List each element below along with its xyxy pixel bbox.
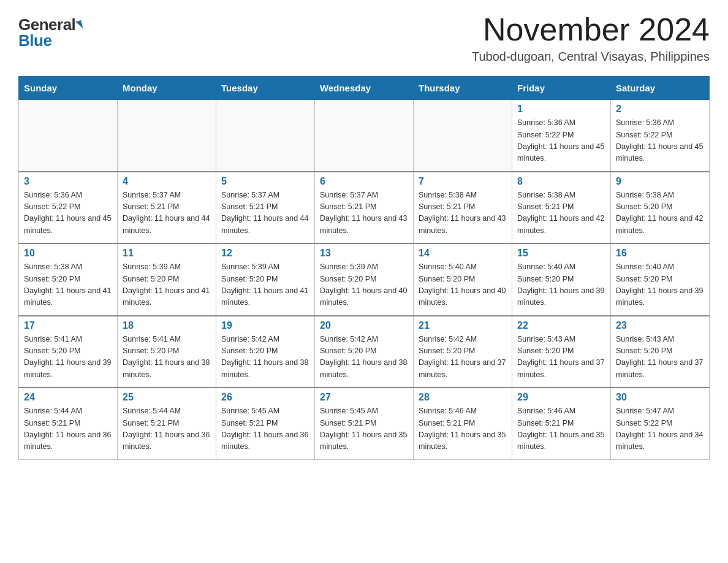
calendar-week-row: 24Sunrise: 5:44 AM Sunset: 5:21 PM Dayli… [19,388,710,459]
calendar-cell: 28Sunrise: 5:46 AM Sunset: 5:21 PM Dayli… [414,388,512,459]
day-number: 16 [616,248,704,259]
calendar-cell: 2Sunrise: 5:36 AM Sunset: 5:22 PM Daylig… [611,100,710,172]
day-info: Sunrise: 5:40 AM Sunset: 5:20 PM Dayligh… [616,261,704,309]
calendar-cell: 4Sunrise: 5:37 AM Sunset: 5:21 PM Daylig… [118,172,216,244]
day-number: 11 [123,248,211,259]
calendar-cell [19,100,118,172]
day-info: Sunrise: 5:38 AM Sunset: 5:20 PM Dayligh… [24,261,112,309]
calendar-cell: 15Sunrise: 5:40 AM Sunset: 5:20 PM Dayli… [512,243,611,316]
day-number: 4 [123,176,211,187]
calendar-cell: 5Sunrise: 5:37 AM Sunset: 5:21 PM Daylig… [216,172,315,244]
calendar-cell: 22Sunrise: 5:43 AM Sunset: 5:20 PM Dayli… [512,316,611,388]
day-info: Sunrise: 5:45 AM Sunset: 5:21 PM Dayligh… [320,405,408,453]
day-info: Sunrise: 5:43 AM Sunset: 5:20 PM Dayligh… [616,334,704,381]
day-number: 19 [221,320,309,331]
day-info: Sunrise: 5:38 AM Sunset: 5:21 PM Dayligh… [517,190,605,237]
day-number: 29 [517,392,605,403]
day-info: Sunrise: 5:40 AM Sunset: 5:20 PM Dayligh… [419,261,507,309]
calendar-header-row: SundayMondayTuesdayWednesdayThursdayFrid… [19,77,710,100]
day-info: Sunrise: 5:42 AM Sunset: 5:20 PM Dayligh… [320,334,408,381]
day-info: Sunrise: 5:38 AM Sunset: 5:20 PM Dayligh… [616,190,704,237]
day-info: Sunrise: 5:42 AM Sunset: 5:20 PM Dayligh… [419,334,507,381]
calendar-week-row: 10Sunrise: 5:38 AM Sunset: 5:20 PM Dayli… [19,243,710,316]
calendar-cell: 27Sunrise: 5:45 AM Sunset: 5:21 PM Dayli… [315,388,414,459]
day-info: Sunrise: 5:36 AM Sunset: 5:22 PM Dayligh… [616,117,704,165]
day-info: Sunrise: 5:38 AM Sunset: 5:21 PM Dayligh… [419,190,507,237]
day-number: 5 [221,176,309,187]
day-info: Sunrise: 5:41 AM Sunset: 5:20 PM Dayligh… [123,334,211,381]
day-info: Sunrise: 5:44 AM Sunset: 5:21 PM Dayligh… [24,405,112,453]
calendar-cell: 7Sunrise: 5:38 AM Sunset: 5:21 PM Daylig… [414,172,512,244]
calendar-cell: 9Sunrise: 5:38 AM Sunset: 5:20 PM Daylig… [611,172,710,244]
day-info: Sunrise: 5:43 AM Sunset: 5:20 PM Dayligh… [517,334,605,381]
day-number: 6 [320,176,408,187]
day-info: Sunrise: 5:45 AM Sunset: 5:21 PM Dayligh… [221,405,309,453]
logo[interactable]: General Blue [18,12,82,50]
day-info: Sunrise: 5:44 AM Sunset: 5:21 PM Dayligh… [123,405,211,453]
calendar-cell: 17Sunrise: 5:41 AM Sunset: 5:20 PM Dayli… [19,316,118,388]
calendar-cell: 25Sunrise: 5:44 AM Sunset: 5:21 PM Dayli… [118,388,216,459]
day-number: 24 [24,392,112,403]
day-number: 1 [517,104,605,115]
calendar-cell: 3Sunrise: 5:36 AM Sunset: 5:22 PM Daylig… [19,172,118,244]
day-number: 15 [517,248,605,259]
calendar-week-row: 17Sunrise: 5:41 AM Sunset: 5:20 PM Dayli… [19,316,710,388]
calendar-table: SundayMondayTuesdayWednesdayThursdayFrid… [18,76,710,460]
calendar-cell: 14Sunrise: 5:40 AM Sunset: 5:20 PM Dayli… [414,243,512,316]
day-number: 18 [123,320,211,331]
calendar-cell: 29Sunrise: 5:46 AM Sunset: 5:21 PM Dayli… [512,388,611,459]
location-subtitle: Tubod-dugoan, Central Visayas, Philippin… [472,50,710,64]
day-number: 28 [419,392,507,403]
day-number: 27 [320,392,408,403]
calendar-cell: 21Sunrise: 5:42 AM Sunset: 5:20 PM Dayli… [414,316,512,388]
calendar-week-row: 1Sunrise: 5:36 AM Sunset: 5:22 PM Daylig… [19,100,710,172]
day-info: Sunrise: 5:40 AM Sunset: 5:20 PM Dayligh… [517,261,605,309]
day-info: Sunrise: 5:37 AM Sunset: 5:21 PM Dayligh… [320,190,408,237]
calendar-cell: 6Sunrise: 5:37 AM Sunset: 5:21 PM Daylig… [315,172,414,244]
day-info: Sunrise: 5:36 AM Sunset: 5:22 PM Dayligh… [517,117,605,165]
calendar-cell [216,100,315,172]
day-number: 21 [419,320,507,331]
calendar-cell: 30Sunrise: 5:47 AM Sunset: 5:22 PM Dayli… [611,388,710,459]
calendar-header-sunday: Sunday [19,77,118,100]
calendar-cell: 24Sunrise: 5:44 AM Sunset: 5:21 PM Dayli… [19,388,118,459]
calendar-cell [118,100,216,172]
day-number: 13 [320,248,408,259]
calendar-cell: 8Sunrise: 5:38 AM Sunset: 5:21 PM Daylig… [512,172,611,244]
calendar-header-thursday: Thursday [414,77,512,100]
calendar-header-wednesday: Wednesday [315,77,414,100]
day-number: 17 [24,320,112,331]
calendar-header-friday: Friday [512,77,611,100]
day-info: Sunrise: 5:39 AM Sunset: 5:20 PM Dayligh… [320,261,408,309]
calendar-week-row: 3Sunrise: 5:36 AM Sunset: 5:22 PM Daylig… [19,172,710,244]
day-number: 14 [419,248,507,259]
calendar-header-saturday: Saturday [611,77,710,100]
day-number: 30 [616,392,704,403]
day-number: 20 [320,320,408,331]
calendar-cell: 1Sunrise: 5:36 AM Sunset: 5:22 PM Daylig… [512,100,611,172]
calendar-cell: 10Sunrise: 5:38 AM Sunset: 5:20 PM Dayli… [19,243,118,316]
day-info: Sunrise: 5:37 AM Sunset: 5:21 PM Dayligh… [123,190,211,237]
day-number: 3 [24,176,112,187]
calendar-cell: 23Sunrise: 5:43 AM Sunset: 5:20 PM Dayli… [611,316,710,388]
day-number: 2 [616,104,704,115]
day-number: 10 [24,248,112,259]
logo-blue-text: Blue [18,31,51,50]
day-info: Sunrise: 5:39 AM Sunset: 5:20 PM Dayligh… [123,261,211,309]
calendar-cell: 11Sunrise: 5:39 AM Sunset: 5:20 PM Dayli… [118,243,216,316]
logo-triangle-icon [76,20,83,30]
day-info: Sunrise: 5:47 AM Sunset: 5:22 PM Dayligh… [616,405,704,453]
calendar-cell: 26Sunrise: 5:45 AM Sunset: 5:21 PM Dayli… [216,388,315,459]
day-info: Sunrise: 5:36 AM Sunset: 5:22 PM Dayligh… [24,190,112,237]
day-info: Sunrise: 5:39 AM Sunset: 5:20 PM Dayligh… [221,261,309,309]
day-info: Sunrise: 5:46 AM Sunset: 5:21 PM Dayligh… [419,405,507,453]
calendar-cell: 18Sunrise: 5:41 AM Sunset: 5:20 PM Dayli… [118,316,216,388]
day-number: 22 [517,320,605,331]
day-number: 23 [616,320,704,331]
day-number: 26 [221,392,309,403]
day-info: Sunrise: 5:41 AM Sunset: 5:20 PM Dayligh… [24,334,112,381]
day-number: 25 [123,392,211,403]
calendar-cell: 13Sunrise: 5:39 AM Sunset: 5:20 PM Dayli… [315,243,414,316]
page-header: General Blue November 2024 Tubod-dugoan,… [18,12,710,64]
calendar-header-monday: Monday [118,77,216,100]
